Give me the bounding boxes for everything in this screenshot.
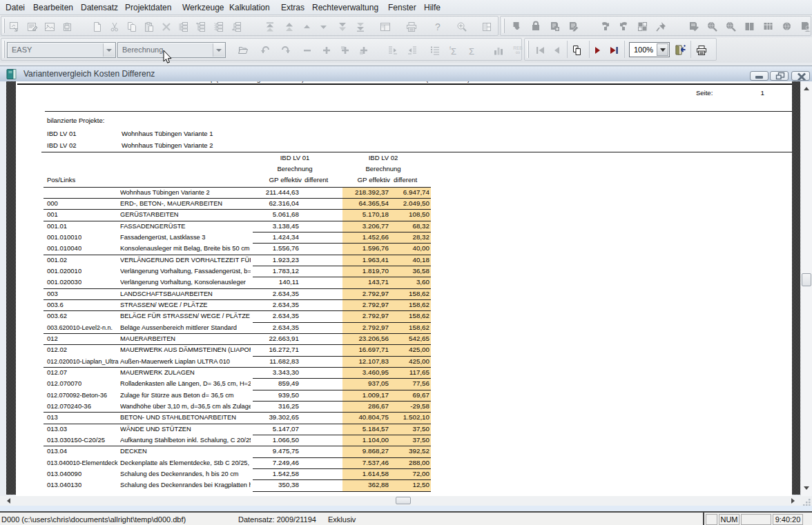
svg-text:Σ: Σ xyxy=(451,46,456,56)
svg-text:∞: ∞ xyxy=(516,49,520,56)
svg-text:Σ: Σ xyxy=(469,46,474,56)
svg-text:?: ? xyxy=(435,21,441,32)
